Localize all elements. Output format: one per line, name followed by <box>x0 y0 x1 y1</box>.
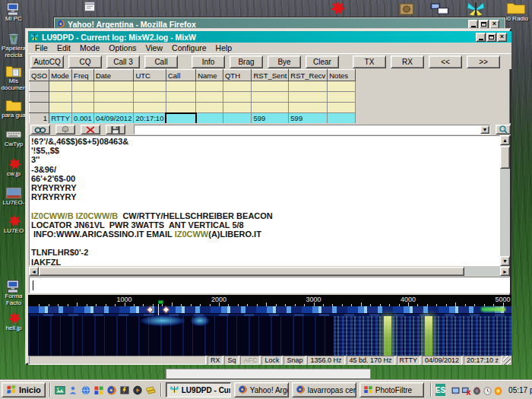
log-cell[interactable] <box>30 81 49 92</box>
log-cell-qso[interactable]: 1 <box>30 113 49 124</box>
resize-grip[interactable] <box>503 356 511 365</box>
desktop-icon-app-window[interactable] <box>79 1 100 12</box>
log-cell[interactable] <box>223 92 252 103</box>
log-cell[interactable] <box>72 103 94 113</box>
bell-button[interactable] <box>55 125 75 135</box>
column-header-name[interactable]: Name <box>196 70 223 81</box>
firefox-icon[interactable] <box>106 385 118 396</box>
log-cell[interactable] <box>93 81 134 92</box>
scroll-left-icon[interactable]: ◄ <box>29 267 39 276</box>
column-header-notes[interactable]: Notes <box>328 70 356 81</box>
macro-button-bye[interactable]: Bye <box>268 55 301 68</box>
menu-configure[interactable]: Configure <box>167 43 211 52</box>
column-header-call[interactable]: Call <box>166 70 195 81</box>
log-cell[interactable] <box>252 81 289 92</box>
macro-button-brag[interactable]: Brag <box>230 55 263 68</box>
log-cell[interactable] <box>328 92 356 103</box>
chevron-down-icon[interactable]: ▼ <box>480 125 489 134</box>
log-cell-rst_recv[interactable]: 599 <box>289 113 328 124</box>
orange-icon[interactable] <box>493 385 503 395</box>
log-cell-rst_sent[interactable]: 599 <box>252 113 289 124</box>
macro-button-autocq[interactable]: AutoCQ <box>30 55 64 68</box>
waterfall-spectrum[interactable] <box>28 306 511 356</box>
mixw-minimize-button[interactable] <box>476 33 486 42</box>
log-cell[interactable] <box>328 103 356 113</box>
log-cell-freq[interactable]: 0.001 <box>72 113 94 124</box>
log-cell-utc[interactable]: 20:17:10 <box>134 113 166 124</box>
clock-icon[interactable] <box>483 385 492 395</box>
log-cell[interactable] <box>72 81 94 92</box>
picture-icon[interactable] <box>55 385 66 396</box>
macro-button-item[interactable]: << <box>429 55 462 68</box>
column-header-qth[interactable]: QTH <box>223 70 252 81</box>
desktop-icon-papelera-recicla[interactable]: Papelera recicla <box>1 32 27 59</box>
status-afc[interactable]: AFC <box>240 356 260 365</box>
log-cell[interactable] <box>289 92 328 103</box>
log-cell[interactable] <box>223 103 252 113</box>
column-header-mode[interactable]: Mode <box>49 70 72 81</box>
log-cell[interactable] <box>196 92 223 103</box>
search-button[interactable] <box>496 125 511 135</box>
log-cell[interactable] <box>166 81 195 92</box>
log-cell[interactable] <box>72 92 94 103</box>
mixw-close-button[interactable]: × <box>497 33 507 42</box>
rx-horizontal-scrollbar[interactable]: ◄ ► <box>29 267 510 276</box>
floppy-button[interactable] <box>106 125 125 135</box>
player-icon[interactable] <box>132 385 144 396</box>
log-cell-call[interactable] <box>166 113 195 124</box>
log-cell[interactable] <box>134 81 166 92</box>
desktop-icon-network[interactable] <box>426 2 454 15</box>
column-header-rst-sent[interactable]: RST_Sent <box>252 70 289 81</box>
notes-icon[interactable] <box>145 385 157 396</box>
desktop-icon-lu7eo[interactable]: LU7EO <box>1 214 27 235</box>
status-snap[interactable]: Snap <box>283 356 306 365</box>
log-cell-name[interactable] <box>196 113 223 124</box>
desktop-icon-cwtyp[interactable]: CwTyp <box>1 128 27 148</box>
menu-options[interactable]: Options <box>104 43 141 52</box>
log-cell-mode[interactable]: RTTY <box>49 113 72 124</box>
log-cell[interactable] <box>223 81 252 92</box>
menu-file[interactable]: File <box>30 43 52 52</box>
scrollbar-thumb[interactable] <box>500 146 510 169</box>
log-cell[interactable] <box>289 81 328 92</box>
log-cell-date[interactable]: 04/09/2012 <box>93 113 134 124</box>
column-header-qso[interactable]: QSO <box>30 70 49 81</box>
log-cell[interactable] <box>166 103 195 113</box>
display-icon[interactable] <box>451 385 461 395</box>
status-lock[interactable]: Lock <box>261 356 282 365</box>
desktop-icon-cw-jp[interactable]: cw.jp <box>1 157 27 178</box>
log-cell[interactable] <box>93 92 134 103</box>
scrollbar-thumb[interactable] <box>39 267 464 276</box>
language-indicator[interactable]: ES <box>435 384 445 396</box>
desktop-icon-butterfly[interactable] <box>461 1 491 17</box>
macro-button-info[interactable]: Info <box>192 55 225 68</box>
log-cell[interactable] <box>252 92 289 103</box>
macro-button-call-3[interactable]: Call 3 <box>106 55 140 68</box>
desktop-icon-para-gua[interactable]: para gua <box>1 99 27 119</box>
macro-button-rx[interactable]: RX <box>391 55 424 68</box>
rx-vertical-scrollbar[interactable]: ▲ ▼ <box>500 135 510 266</box>
waterfall-display[interactable]: 10002000300040005000 <box>28 295 511 356</box>
log-cell-notes[interactable] <box>328 113 356 124</box>
winamp-icon[interactable] <box>119 385 131 396</box>
scroll-up-icon[interactable]: ▲ <box>500 135 510 145</box>
firefox-close-button[interactable]: × <box>489 20 499 29</box>
task-button-lu9dpd-cur[interactable]: LU9DPD - Cur... <box>166 382 231 397</box>
log-cell-qth[interactable] <box>223 113 252 124</box>
menu-mode[interactable]: Mode <box>75 43 104 52</box>
scroll-right-icon[interactable]: ► <box>500 267 510 276</box>
desktop-icon-mis-documen[interactable]: Mis documen <box>1 65 27 91</box>
menu-edit[interactable]: Edit <box>52 43 75 52</box>
log-cell[interactable] <box>134 103 166 113</box>
xmark-button[interactable] <box>81 125 100 135</box>
log-cell[interactable] <box>196 81 223 92</box>
macro-button-tx[interactable]: TX <box>353 55 386 68</box>
log-cell[interactable] <box>93 103 134 113</box>
browser-globe-icon[interactable] <box>81 385 92 396</box>
mixw-titlebar[interactable]: LU9DPD - Current log: MixW2.log - MixW × <box>28 31 511 43</box>
column-header-rst-recv[interactable]: RST_Recv <box>289 70 328 81</box>
log-cell[interactable] <box>49 81 72 92</box>
task-button-lavarropas-centrif[interactable]: lavarropas centrif... <box>292 382 356 397</box>
log-cell[interactable] <box>196 103 223 113</box>
log-cell[interactable] <box>30 103 49 113</box>
